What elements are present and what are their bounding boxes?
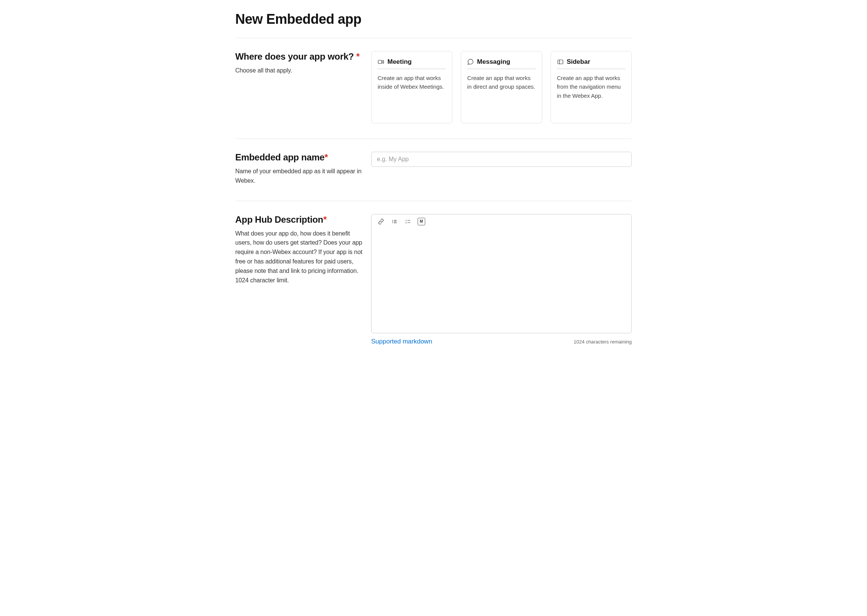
markdown-button[interactable]: M <box>418 218 425 225</box>
where-cards: Meeting Create an app that works inside … <box>371 51 632 123</box>
svg-text:1: 1 <box>406 219 407 221</box>
svg-point-4 <box>392 221 393 222</box>
required-marker: * <box>324 152 328 162</box>
description-sub: What does your app do, how does it benef… <box>235 229 363 285</box>
svg-rect-0 <box>378 60 382 64</box>
where-heading: Where does your app work? * <box>235 51 363 62</box>
sidebar-panel-icon <box>557 58 564 65</box>
description-textarea[interactable] <box>371 227 631 333</box>
chars-remaining: 1024 characters remaining <box>574 339 632 345</box>
numbered-list-icon: 1 2 <box>405 218 411 225</box>
description-editor: 1 2 M <box>371 214 632 333</box>
card-sidebar[interactable]: Sidebar Create an app that works from th… <box>551 51 632 123</box>
svg-point-5 <box>392 223 393 223</box>
description-heading: App Hub Description* <box>235 214 363 225</box>
description-heading-text: App Hub Description <box>235 214 323 225</box>
svg-text:2: 2 <box>406 221 407 223</box>
link-icon <box>378 218 384 225</box>
svg-rect-1 <box>558 60 563 64</box>
editor-toolbar: 1 2 M <box>371 214 631 227</box>
required-marker: * <box>356 51 359 61</box>
card-messaging[interactable]: Messaging Create an app that works in di… <box>461 51 542 123</box>
markdown-icon: M <box>420 220 423 223</box>
where-sub: Choose all that apply. <box>235 66 363 75</box>
card-title: Messaging <box>477 58 510 66</box>
card-desc: Create an app that works from the naviga… <box>557 74 625 100</box>
required-marker: * <box>323 214 327 225</box>
link-button[interactable] <box>377 217 385 226</box>
svg-point-3 <box>392 220 393 220</box>
card-desc: Create an app that works in direct and g… <box>467 74 535 91</box>
where-heading-text: Where does your app work? <box>235 51 354 61</box>
bullet-list-button[interactable] <box>390 217 399 226</box>
card-title: Meeting <box>387 58 412 66</box>
name-sub: Name of your embedded app as it will app… <box>235 167 363 186</box>
card-desc: Create an app that works inside of Webex… <box>378 74 446 91</box>
chat-bubble-icon <box>467 58 474 65</box>
app-name-input[interactable] <box>371 152 632 167</box>
page-title: New Embedded app <box>235 11 632 27</box>
name-heading-text: Embedded app name <box>235 152 324 162</box>
bullet-list-icon <box>392 218 398 225</box>
section-where: Where does your app work? * Choose all t… <box>235 38 632 138</box>
video-camera-icon <box>378 58 384 65</box>
section-name: Embedded app name* Name of your embedded… <box>235 139 632 201</box>
section-description: App Hub Description* What does your app … <box>235 201 632 360</box>
name-heading: Embedded app name* <box>235 152 363 163</box>
card-meeting[interactable]: Meeting Create an app that works inside … <box>371 51 452 123</box>
numbered-list-button[interactable]: 1 2 <box>404 217 412 226</box>
supported-markdown-link[interactable]: Supported markdown <box>371 338 433 346</box>
card-title: Sidebar <box>567 58 590 66</box>
